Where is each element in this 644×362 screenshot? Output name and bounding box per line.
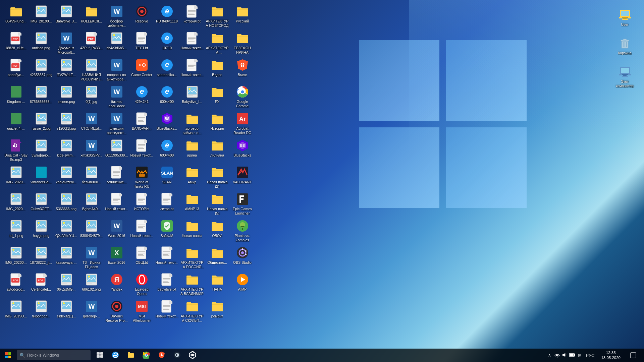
desktop-icon-0[1][interactable]: 0[1].jpg (79, 84, 104, 111)
desktop-icon-avtodorog[interactable]: PDF avtodorog... (3, 272, 29, 298)
desktop-icon-600x400b[interactable]: e 600×400 (154, 137, 179, 164)
desktop-icon-сочинение[interactable]: сочинение... (104, 164, 129, 191)
desktop-icon-Word-2016[interactable]: W Word 2016 (104, 218, 129, 245)
desktop-icon-Acrobat-Reader[interactable]: Ar Acrobat Reader DC (230, 111, 255, 137)
desktop-icon-Новый-текст7a[interactable]: Новый текст... (129, 137, 154, 164)
desktop-icon-Certificate[interactable]: PDF Certificate[... (29, 272, 54, 298)
desktop-icon-АРХИТЕКТУРА-СКУЛЬПТ[interactable]: АРХИТЕКТУРА СКУЛЬПТУ... (205, 30, 230, 57)
desktop-icon-ОБОИ[interactable]: ОБОИ (205, 218, 230, 245)
desktop-icon-бизнес-план[interactable]: W бизнес план.docx (104, 84, 129, 111)
taskbar-app-taskview[interactable] (93, 349, 107, 362)
taskbar-app-brave[interactable] (154, 349, 169, 362)
desktop-icon-НАЗВАНИЯ[interactable]: НАЗВАНИЯ РОССИИИ.jpg (79, 57, 104, 84)
tray-volume[interactable] (562, 352, 567, 359)
desktop-icon-VALORANT[interactable]: VALORANT (230, 164, 255, 191)
desktop-icon-Новый-текст6a[interactable]: Новый текст... (104, 191, 129, 218)
desktop-icon-BlueStacks-icon[interactable]: BS BlueStacks (230, 137, 255, 164)
desktop-icon-Договор[interactable]: W Договор-... (79, 298, 104, 325)
desktop-icon-babydive_txt[interactable]: babydive.txt (154, 272, 179, 298)
desktop-icon-Видео[interactable]: Видео (205, 57, 230, 84)
desktop-icon-Babydive[interactable]: Babydive_J... (54, 3, 79, 30)
desktop-icon-SafeUM[interactable]: SafeUM (154, 218, 179, 245)
taskbar-app-steam[interactable] (170, 349, 184, 362)
desktop-icon-Документ[interactable]: W Документ Microsoft... (54, 30, 79, 57)
desktop-icon-kids-swim[interactable]: kids-swim... (54, 137, 79, 164)
desktop-icon-18828_c1fe[interactable]: PDF 18828_c1fe... (3, 30, 29, 57)
taskbar-time[interactable]: 12:35 13.05.2020 (598, 350, 623, 360)
desktop-icon-6011995339[interactable]: 6011995339... (104, 137, 129, 164)
desktop-icon-AIMP[interactable]: AIMP (230, 272, 255, 298)
desktop-icon-HD-840[interactable]: e HD 840×1119 (154, 3, 179, 30)
desktop-icon-Brave[interactable]: Brave (230, 57, 255, 84)
start-button[interactable] (0, 349, 16, 362)
desktop-icon-вопросы[interactable]: W вопросы по анкетиров... (104, 57, 129, 84)
desktop-icon-huygu[interactable]: huygu.png (29, 218, 54, 245)
desktop-icon-user[interactable]: User (612, 7, 637, 34)
desktop-icon-ПАПА[interactable]: ПАПА (205, 272, 230, 298)
desktop-icon-IMG_20190b[interactable]: IMG_20190... (29, 3, 54, 30)
desktop-icon-Новый-текст9a[interactable]: Новый текст... (154, 245, 179, 272)
desktop-icon-fZVZWrLE[interactable]: fZVZWrLE... (54, 57, 79, 84)
desktop-icon-IMG_2020b[interactable]: IMG_2020... (3, 191, 29, 218)
desktop-icon-xmxk8SSP[interactable]: W xmxk8SSPv... (79, 137, 104, 164)
desktop-icon-World-Tanks[interactable]: World of Tanks RU (129, 164, 154, 191)
desktop-icon-18738222[interactable]: 18738222_ji... (29, 245, 54, 272)
desktop-icon-DaVinci[interactable]: DaVinci Resolve Pro... (104, 298, 129, 325)
desktop-icon-литра_bt[interactable]: литра.bt (154, 191, 179, 218)
language-indicator[interactable]: РУС (584, 353, 596, 358)
desktop-icon-Общество[interactable]: Общество... (205, 245, 230, 272)
desktop-icon-429x241[interactable]: e 429×241 (129, 84, 154, 111)
desktop-icon-Excel-2016[interactable]: X Excel 2016 (104, 245, 129, 272)
desktop-icon-IMG_2020a[interactable]: IMG_2020... (3, 164, 29, 191)
desktop-icon-Новый-текст9b[interactable]: Новый текст... (154, 298, 179, 325)
desktop-icon-безымянн[interactable]: безымянн... (79, 164, 104, 191)
desktop-icon-Амир[interactable]: Амир (179, 164, 205, 191)
taskbar-app-edge[interactable] (108, 349, 123, 362)
taskbar-app-chrome[interactable] (139, 349, 154, 362)
desktop-icon-Plants-Zombies[interactable]: Plants vs. Zombies (230, 218, 255, 245)
desktop-icon-Русский[interactable]: Русский (230, 3, 255, 30)
desktop-icon-Google-Chrome[interactable]: Google Chrome (230, 84, 255, 111)
desktop-icon-АРХИТЕКТУРА-СКУЛЬП[interactable]: АРХИТЕКТУРА СКУЛЬП... (179, 298, 205, 325)
desktop-icon-Новый-текст9c[interactable]: Новый текст... (179, 30, 205, 57)
desktop-icon-история_bt[interactable]: история.bt (179, 3, 205, 30)
desktop-icon-IMG_20200[interactable]: IMG_20200... (3, 245, 29, 272)
desktop-icon-vibranceGe[interactable]: vibranceGe... (29, 164, 54, 191)
desktop-icon-Новый-текст9d[interactable]: Новый текст... (179, 57, 205, 84)
desktop-icon-KOLLEKCII[interactable]: KOLLEKCII... (79, 3, 104, 30)
desktop-icon-IMG_20190a[interactable]: IMG_2019O... (3, 298, 29, 325)
desktop-icon-SLAN[interactable]: SLAN SLAN (154, 164, 179, 191)
notification-button[interactable] (626, 349, 641, 362)
desktop-icon-06-ZstMG[interactable]: 06-ZstMG... (54, 272, 79, 298)
desktop-icon-ремонт[interactable]: ремонт (205, 298, 230, 325)
desktop-icon-СТОЛИЦЫ[interactable]: W СТОЛИЦЫ... (79, 111, 104, 137)
desktop-icon-quizlet-4[interactable]: quizlet-4-... (3, 111, 29, 137)
desktop-icon-4ZPLf_P433[interactable]: PDF 4ZPLf_P433... (79, 30, 104, 57)
desktop-icon-бoсфор[interactable]: W бoсфор мебель.w... (104, 3, 129, 30)
desktop-icon-42353637[interactable]: 42353637.png (29, 57, 54, 84)
desktop-icon-vonolobye[interactable]: PDF волобуе... (3, 57, 29, 84)
desktop-icon-АМИР13[interactable]: АМИР13 (179, 191, 205, 218)
taskbar-app-settings[interactable] (185, 349, 200, 362)
taskbar-search[interactable]: 🔍 Поиск в Windows (17, 350, 91, 360)
desktop-icon-РУ[interactable]: РУ (205, 84, 230, 111)
desktop-icon-QXaVHeYu[interactable]: QXaVHeYU... (54, 218, 79, 245)
desktop-icon-АРХИТЕКТУРА-НОВГОРОД[interactable]: АРХИТЕКТУРА НОВГОРОД (205, 3, 230, 30)
desktop-icon-ВАЛОРАН[interactable]: ВАЛОРАН... (129, 111, 154, 137)
desktop-icon-Doja-Cat[interactable]: Doja Cat - Say So.mp3 (3, 137, 29, 164)
desktop-icon-untitled[interactable]: untitled.png (29, 30, 54, 57)
desktop-icon-Новая-папка10a[interactable]: Новая папка (179, 218, 205, 245)
taskbar-app-explorer[interactable] (123, 349, 138, 362)
desktop-icon-Epic-Games[interactable]: Epic Games Launcher (230, 191, 255, 218)
desktop-icon-Новая-папка11b[interactable]: Новая папка (5) (205, 191, 230, 218)
desktop-icon-ИСТОР_bt[interactable]: ИСТОР.bt (129, 191, 154, 218)
desktop-icon-BlueStacks-app[interactable]: BS BlueStacks... (154, 111, 179, 137)
desktop-icon-Новая-папка11a[interactable]: Новая папка (2) (205, 164, 230, 191)
desktop-icon-00499-King[interactable]: 00499-King... (3, 3, 29, 30)
desktop-icon-ирина[interactable]: ирина (179, 137, 205, 164)
desktop-icon-Kingdom[interactable]: Kingdom-... (3, 84, 29, 111)
desktop-icon-функции[interactable]: W функции президент... (104, 111, 129, 137)
desktop-icon-пнропрол[interactable]: пнропрол... (29, 298, 54, 325)
tray-show-hidden[interactable]: ∧ (547, 352, 552, 358)
desktop-icon-OBS-Studio[interactable]: OBS Studio (230, 245, 255, 272)
